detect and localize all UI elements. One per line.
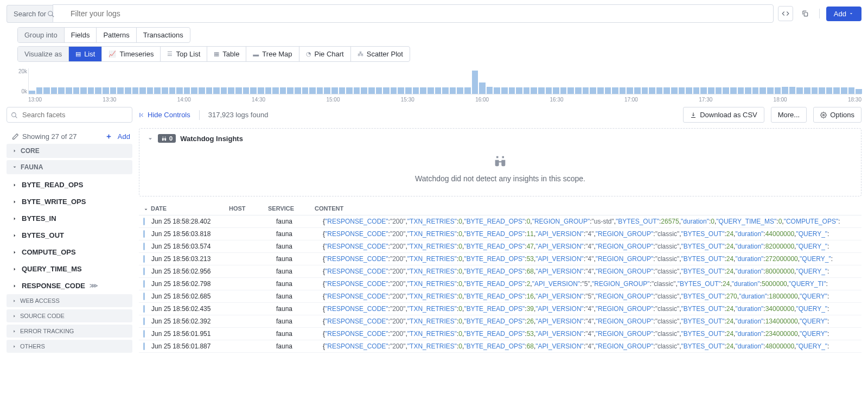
chart-bar[interactable] [139,87,146,94]
facet-bytes_out[interactable]: BYTES_OUT [7,227,132,244]
options-button[interactable]: Options [813,107,861,123]
chart-bar[interactable] [848,87,855,94]
facet-query_time_ms[interactable]: QUERY_TIME_MS [7,261,132,277]
chart-bar[interactable] [361,87,367,94]
chart-bar[interactable] [524,87,530,94]
chart-bar[interactable] [191,87,197,94]
chart-bar[interactable] [73,87,80,94]
log-row[interactable]: Jun 25 18:58:28.402fauna{"RESPONSE_CODE"… [139,215,861,228]
chart-bar[interactable] [700,87,707,94]
chart-bar[interactable] [796,87,803,94]
group-transactions[interactable]: Transactions [137,28,190,42]
chart-bar[interactable] [708,87,714,94]
chart-bar[interactable] [767,87,774,94]
group-patterns[interactable]: Patterns [97,28,136,42]
chart-bar[interactable] [206,87,213,94]
chart-bar[interactable] [176,87,183,94]
viz-scatter[interactable]: ⁂Scatter Plot [351,47,410,61]
log-row[interactable]: Jun 25 18:56:01.951fauna{"RESPONSE_CODE"… [139,328,861,340]
more-button[interactable]: More... [771,107,807,123]
facet-group-web-access[interactable]: WEB ACCESS [7,294,132,307]
chart-bar[interactable] [58,87,65,94]
chart-bar[interactable] [590,87,596,94]
add-facet-button[interactable]: Add [105,132,130,141]
download-csv-button[interactable]: Download as CSV [683,107,764,123]
chart-bar[interactable] [620,87,626,94]
facet-group-core[interactable]: CORE [7,144,132,158]
facet-group-source-code[interactable]: SOURCE CODE [7,309,132,322]
chart-bar[interactable] [346,87,353,94]
chart-bar[interactable] [812,87,818,94]
viz-table[interactable]: ▦Table [207,47,246,61]
chart-bar[interactable] [302,87,309,94]
chart-bar[interactable] [856,89,862,94]
chart-bar[interactable] [354,87,360,94]
chart-bar[interactable] [642,87,648,94]
log-row[interactable]: Jun 25 18:56:03.574fauna{"RESPONSE_CODE"… [139,240,861,253]
chart-bar[interactable] [368,87,375,94]
chart-bar[interactable] [833,87,840,94]
chart-bar[interactable] [464,87,471,94]
chart-bar[interactable] [583,87,589,94]
chart-bar[interactable] [760,87,766,94]
col-host[interactable]: HOST [229,205,264,212]
chart-bar[interactable] [538,87,545,94]
log-row[interactable]: Jun 25 18:56:02.392fauna{"RESPONSE_CODE"… [139,315,861,328]
chart-bar[interactable] [221,87,227,94]
chart-bar[interactable] [117,87,124,94]
facet-byte_read_ops[interactable]: BYTE_READ_OPS [7,176,132,193]
chart-bar[interactable] [775,87,781,94]
chart-bar[interactable] [686,87,692,94]
chart-bar[interactable] [649,87,655,94]
chart-bar[interactable] [391,87,397,94]
viz-list[interactable]: ▤List [69,47,102,61]
chart-bar[interactable] [494,87,500,94]
chart-bar[interactable] [553,87,559,94]
chart-bar[interactable] [716,87,722,94]
chart-bar[interactable] [450,87,456,94]
chart-bar[interactable] [826,87,833,94]
chart-bar[interactable] [531,87,537,94]
facet-compute_ops[interactable]: COMPUTE_OPS [7,244,132,261]
insights-toggle[interactable] [147,135,154,143]
chart-bar[interactable] [235,87,242,94]
chart-bar[interactable] [36,87,43,94]
log-row[interactable]: Jun 25 18:56:02.435fauna{"RESPONSE_CODE"… [139,303,861,315]
chart-bar[interactable] [693,87,700,94]
chart-bar[interactable] [457,87,463,94]
chart-bar[interactable] [398,87,404,94]
timeline-chart[interactable]: 20k 0k 13:0013:3014:0014:3015:0015:3016:… [0,65,868,103]
chart-bar[interactable] [435,87,442,94]
facet-group-fauna[interactable]: FAUNA [7,160,132,174]
chart-bar[interactable] [671,87,678,94]
chart-bar[interactable] [243,87,250,94]
chart-bar[interactable] [472,71,478,94]
log-row[interactable]: Jun 25 18:56:03.213fauna{"RESPONSE_CODE"… [139,253,861,265]
chart-bar[interactable] [723,87,729,94]
chart-bar[interactable] [612,87,618,94]
code-icon[interactable] [778,6,793,21]
chart-bar[interactable] [169,87,176,94]
chart-bar[interactable] [103,87,109,94]
chart-bar[interactable] [110,87,117,94]
viz-timeseries[interactable]: 📈Timeseries [102,47,161,61]
chart-bar[interactable] [782,87,788,94]
chart-bar[interactable] [752,87,759,94]
search-input[interactable] [53,4,774,23]
viz-treemap[interactable]: ▬Tree Map [246,47,299,61]
chart-bar[interactable] [413,87,419,94]
chart-bar[interactable] [501,87,508,94]
chart-bar[interactable] [560,87,567,94]
col-content[interactable]: CONTENT [315,205,857,212]
chart-bar[interactable] [376,87,382,94]
chart-bar[interactable] [634,87,641,94]
chart-bar[interactable] [567,87,574,94]
chart-bar[interactable] [317,87,323,94]
chart-bar[interactable] [442,87,449,94]
chart-bar[interactable] [199,87,205,94]
facet-group-error-tracking[interactable]: ERROR TRACKING [7,325,132,338]
chart-bar[interactable] [405,87,412,94]
chart-bar[interactable] [427,87,434,94]
viz-toplist[interactable]: ☰Top List [161,47,207,61]
chart-bar[interactable] [154,87,161,94]
